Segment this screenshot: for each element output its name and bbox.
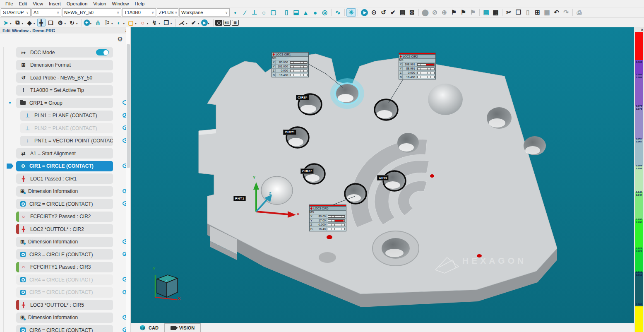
circle-feature-icon[interactable]: ○ xyxy=(259,8,269,17)
sidebar-scrollbar[interactable] xyxy=(126,27,130,332)
dropdown-a1[interactable]: A1∨ xyxy=(31,8,61,17)
translate-view-icon[interactable]: ✚ xyxy=(84,19,90,26)
pattern-setup-icon[interactable]: ▦ xyxy=(542,8,552,17)
execute-feature-icon[interactable]: ⊙ xyxy=(369,8,379,17)
marked-sets-icon[interactable]: ▤ xyxy=(398,8,407,17)
command-cir6[interactable]: CIR6 = CIRCLE (CONTACT) xyxy=(16,325,113,332)
command-pnt1[interactable]: ↕PNT1 = VECTOR POINT (CONTAC xyxy=(20,136,113,146)
feature-label-cir6[interactable]: CIR6* xyxy=(300,168,314,174)
square-slot-feature-icon[interactable]: ▯ xyxy=(282,8,291,17)
copy-icon[interactable]: ❐ xyxy=(514,8,523,17)
feature-label-pnt1[interactable]: PNT1 xyxy=(233,196,246,201)
menu-vision[interactable]: Vision xyxy=(90,1,109,6)
line-feature-icon[interactable]: ∕ xyxy=(240,8,250,17)
command-dimension[interactable]: ⊞Dimension Information xyxy=(16,237,113,247)
live-view-icon[interactable]: EO xyxy=(223,20,231,26)
command-dimension[interactable]: ⊞Dimension Format xyxy=(16,60,113,70)
dropdown-arrow-icon[interactable]: ▾ xyxy=(171,22,172,25)
command-dimension[interactable]: ⊞Dimension Information xyxy=(16,313,113,323)
view-setup-icon[interactable]: ⧉ xyxy=(14,19,22,26)
menu-help[interactable]: Help xyxy=(132,1,147,6)
loop-icon[interactable]: ↺ xyxy=(379,8,388,17)
feature-appearance-icon[interactable]: ⚐ xyxy=(103,19,111,26)
command-cir4[interactable]: CIR4 = CIRCLE (CONTACT) xyxy=(16,274,113,285)
command-dcc[interactable]: ↦DCC Mode xyxy=(16,47,113,58)
highlight-circle-icon[interactable]: ○ xyxy=(139,19,147,26)
camera-icon[interactable] xyxy=(215,20,222,26)
feature-label-cir4[interactable]: CIR4 xyxy=(377,175,389,180)
optimize-path-icon[interactable]: ⚙ xyxy=(56,19,65,26)
rotate-view-icon[interactable]: ↻ xyxy=(68,19,76,26)
command-a1[interactable]: ⇄A1 = Start Alignment xyxy=(16,148,113,159)
dropdown-t1a0b0[interactable]: T1A0B0∨ xyxy=(122,8,156,17)
pan-icon[interactable]: ╋ xyxy=(37,19,46,26)
dropdown-new5_by_50[interactable]: NEW5_BY_50∨ xyxy=(62,8,121,17)
command-fcfcirty1[interactable]: ○FCFCIRTY1 Passed : CIR3 xyxy=(16,262,113,272)
probe-mode-icon[interactable]: ➤ xyxy=(2,19,10,26)
paste-pattern-icon[interactable]: ⊞ xyxy=(533,8,542,17)
dropdown-arrow-icon[interactable]: ▾ xyxy=(198,22,199,25)
panel-settings-button[interactable]: ⚙ xyxy=(118,36,123,43)
execute-mini-icon[interactable]: ▶ xyxy=(201,19,208,26)
menu-window[interactable]: Window xyxy=(109,1,132,6)
close-icon[interactable]: × xyxy=(641,28,643,32)
menu-edit[interactable]: Edit xyxy=(16,1,30,6)
dropdown-arrow-icon[interactable]: ▾ xyxy=(208,22,209,25)
torus-feature-icon[interactable]: ◎ xyxy=(320,8,329,17)
dropdown-arrow-icon[interactable]: ▾ xyxy=(90,22,92,25)
command-cir3[interactable]: CIR3 = CIRCLE (CONTACT) xyxy=(16,249,113,260)
leapfrog-icon[interactable]: ↯ xyxy=(150,19,159,26)
scrollbar-thumb[interactable] xyxy=(127,44,130,168)
dropdown-arrow-icon[interactable]: ▾ xyxy=(34,22,35,25)
command-grp1[interactable]: GRP1 = Group xyxy=(16,98,113,108)
plane-feature-icon[interactable]: ⊥ xyxy=(250,8,259,17)
dcc-mode-toggle[interactable] xyxy=(96,49,109,55)
cone-feature-icon[interactable]: ▲ xyxy=(301,8,310,17)
execute-program-icon[interactable]: ▶ xyxy=(360,8,369,17)
confirm-icon[interactable]: ✔ xyxy=(388,8,398,17)
dropdown-workplane[interactable]: Workplane∨ xyxy=(179,8,230,17)
measurement-callout-loc3[interactable]: ╋LOC3 CIR5MSX80.00Y17.00Z0.000D16.40 xyxy=(309,204,346,231)
dropdown-arrow-icon[interactable]: ▾ xyxy=(147,22,149,25)
cylinder-feature-icon[interactable]: ⬓ xyxy=(291,8,301,17)
feature-label-cir7[interactable]: CIR7* xyxy=(283,130,296,135)
report-template-icon[interactable]: ▦ xyxy=(491,8,500,17)
cad-viewport[interactable]: HEXAGON ╋LOC1 CIR1MSX80.000Y101.000Z0.00… xyxy=(131,27,634,323)
point-feature-icon[interactable]: • xyxy=(231,8,240,17)
feature-label-cir8[interactable]: CIR8* xyxy=(296,95,309,100)
command-cir5[interactable]: CIR5 = CIRCLE (CONTACT) xyxy=(16,287,113,298)
command-t1a0b0[interactable]: !T1A0B0 = Set Active Tip xyxy=(16,85,113,96)
dropdown-arrow-icon[interactable]: ▾ xyxy=(135,22,137,25)
menu-file[interactable]: File xyxy=(2,1,16,6)
curve-feature-icon[interactable]: ∿ xyxy=(333,8,343,17)
bookmark-icon[interactable]: ⚑ xyxy=(449,8,459,17)
measurement-callout-loc2[interactable]: ╋LOC2 CIR2MSX108.991Y88.991Z0.000D16.400 xyxy=(399,53,436,79)
comment-icon[interactable]: ❏ xyxy=(47,19,55,26)
dropdown-startup[interactable]: STARTUP∨ xyxy=(1,8,31,17)
dropdown-arrow-icon[interactable]: ▾ xyxy=(10,22,12,25)
no-entry-icon[interactable]: ⊘ xyxy=(430,8,440,17)
report-window-icon[interactable]: ▤ xyxy=(481,8,491,17)
dropdown-arrow-icon[interactable]: ▾ xyxy=(65,22,66,25)
command-pln2[interactable]: ⊥PLN2 = PLANE (CONTACT) xyxy=(20,123,113,133)
copy-window-icon[interactable]: ❐ xyxy=(162,19,171,26)
print-icon[interactable]: ⎙ xyxy=(574,8,584,17)
tab-cad[interactable]: CAD xyxy=(134,323,164,332)
solid-view-icon[interactable]: ◆ xyxy=(25,19,34,26)
dropdown-arrow-icon[interactable]: ▾ xyxy=(123,22,125,25)
dropdown-arrow-icon[interactable]: ▾ xyxy=(186,22,187,25)
bookmark-clear-icon[interactable]: ⚑ xyxy=(468,8,478,17)
dropdown-arrow-icon[interactable]: ▾ xyxy=(159,22,160,25)
stop-icon[interactable]: ⬤ xyxy=(421,8,430,17)
round-slot-feature-icon[interactable]: ▢ xyxy=(269,8,278,17)
dropdown-arrow-icon[interactable]: ▾ xyxy=(76,22,78,25)
command-load[interactable]: ↺Load Probe - NEW5_BY_50 xyxy=(16,72,113,83)
command-cir2[interactable]: CIR2 = CIRCLE (CONTACT) xyxy=(16,199,113,209)
tab-vision[interactable]: VISION xyxy=(164,323,201,332)
bookmark-insert-icon[interactable]: ⚑ xyxy=(459,8,468,17)
command-pln1[interactable]: ⊥PLN1 = PLANE (CONTACT) xyxy=(20,111,113,121)
histogram-icon[interactable]: ▥ xyxy=(232,20,239,26)
expand-arrow-icon[interactable]: ▾ xyxy=(9,101,11,105)
command-loc3[interactable]: ╋LOC3 *OUTTOL* : CIR5 xyxy=(16,300,113,310)
measurement-callout-loc1[interactable]: ╋LOC1 CIR1MSX80.000Y101.000Z0.000D16.400 xyxy=(272,52,309,77)
